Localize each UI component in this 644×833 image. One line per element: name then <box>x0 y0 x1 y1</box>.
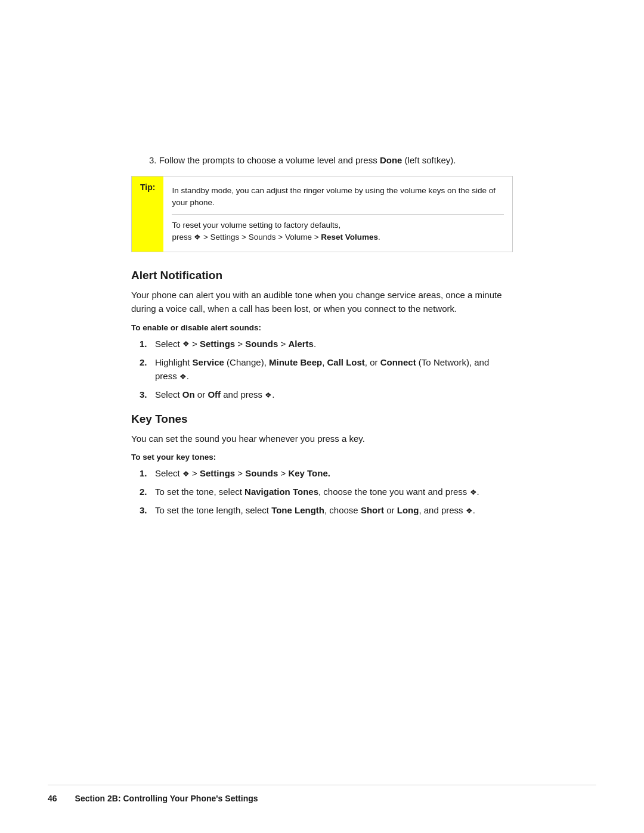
step3-number: 3. <box>149 155 157 165</box>
nav-icon-kt2: ❖ <box>470 487 477 498</box>
alert-step2-text: Highlight Service (Change), Minute Beep,… <box>155 355 513 383</box>
footer-section-title: Section 2B: Controlling Your Phone's Set… <box>75 794 258 803</box>
tip-reset-volumes: Reset Volumes <box>321 233 378 241</box>
nav-icon-alert3: ❖ <box>265 389 272 401</box>
tip-row-2: To reset your volume setting to factory … <box>172 216 504 247</box>
alert-step-3: 3. Select On or Off and press ❖. <box>131 388 513 401</box>
nav-icon-alert1: ❖ <box>182 338 190 350</box>
alert-step1-num: 1. <box>140 337 153 351</box>
key-tones-step3-text: To set the tone length, select Tone Leng… <box>155 503 513 517</box>
step3-intro: 3. Follow the prompts to choose a volume… <box>131 155 513 165</box>
tip-box: Tip: In standby mode, you can adjust the… <box>131 176 513 252</box>
key-tones-to-label: To set your key tones: <box>131 453 513 462</box>
key-tones-step-2: 2. To set the tone, select Navigation To… <box>131 485 513 498</box>
nav-icon-kt1: ❖ <box>182 468 190 480</box>
footer-page-number: 46 <box>48 794 57 803</box>
alert-notification-heading: Alert Notification <box>131 269 513 282</box>
alert-step2-num: 2. <box>140 355 153 369</box>
nav-icon-kt3: ❖ <box>466 505 473 517</box>
step3-text: Follow the prompts to choose a volume le… <box>159 155 456 165</box>
tip-content: In standby mode, you can adjust the ring… <box>163 176 512 252</box>
tip-row2-line1: To reset your volume setting to factory … <box>172 219 504 231</box>
content-area: 3. Follow the prompts to choose a volume… <box>107 0 537 564</box>
page: 3. Follow the prompts to choose a volume… <box>0 0 644 833</box>
key-tones-section: Key Tones You can set the sound you hear… <box>131 413 513 518</box>
alert-steps-list: 1. Select ❖ > Settings > Sounds > Alerts… <box>131 337 513 402</box>
key-tones-step3-num: 3. <box>140 503 153 517</box>
alert-notification-body: Your phone can alert you with an audible… <box>131 288 513 316</box>
alert-step3-text: Select On or Off and press ❖. <box>155 388 513 401</box>
tip-label: Tip: <box>132 176 163 252</box>
key-tones-step1-num: 1. <box>140 466 153 480</box>
nav-icon-tip: ❖ <box>194 231 201 243</box>
nav-icon-alert2: ❖ <box>179 371 187 383</box>
key-tones-body: You can set the sound you hear whenever … <box>131 432 513 445</box>
tip-row-1: In standby mode, you can adjust the ring… <box>172 181 504 215</box>
alert-step-2: 2. Highlight Service (Change), Minute Be… <box>131 355 513 383</box>
key-tones-step2-text: To set the tone, select Navigation Tones… <box>155 485 513 498</box>
alert-to-label: To enable or disable alert sounds: <box>131 323 513 332</box>
tip-row2-line2: press ❖ > Settings > Sounds > Volume > R… <box>172 231 504 243</box>
key-tones-step2-num: 2. <box>140 485 153 498</box>
step3-done-bold: Done <box>380 155 402 165</box>
alert-step1-text: Select ❖ > Settings > Sounds > Alerts. <box>155 337 513 351</box>
alert-step3-num: 3. <box>140 388 153 401</box>
key-tones-step-1: 1. Select ❖ > Settings > Sounds > Key To… <box>131 466 513 480</box>
alert-step-1: 1. Select ❖ > Settings > Sounds > Alerts… <box>131 337 513 351</box>
alert-notification-section: Alert Notification Your phone can alert … <box>131 269 513 402</box>
key-tones-step-3: 3. To set the tone length, select Tone L… <box>131 503 513 517</box>
key-tones-steps-list: 1. Select ❖ > Settings > Sounds > Key To… <box>131 466 513 518</box>
page-footer: 46 Section 2B: Controlling Your Phone's … <box>0 794 644 803</box>
key-tones-step1-text: Select ❖ > Settings > Sounds > Key Tone. <box>155 466 513 480</box>
key-tones-heading: Key Tones <box>131 413 513 426</box>
footer-divider <box>48 785 596 785</box>
